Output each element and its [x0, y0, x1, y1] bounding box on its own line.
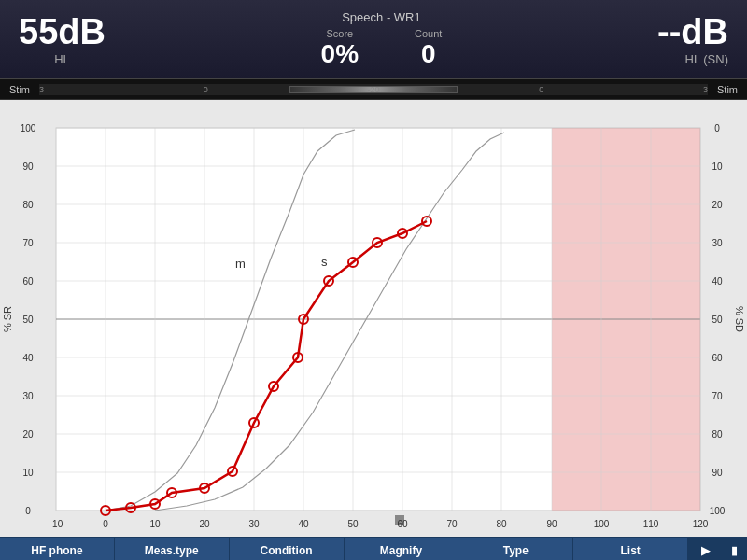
vu-bar: Stim 3 0 -20 0 3 Stim — [0, 79, 747, 100]
svg-text:10: 10 — [712, 161, 723, 172]
svg-text:100: 100 — [21, 123, 36, 133]
right-db-block: --dB HL (SN) — [657, 12, 728, 66]
vu-meter: 3 0 -20 0 3 — [39, 84, 708, 95]
svg-text:% SD: % SD — [734, 306, 745, 332]
list-button[interactable]: List — [573, 538, 688, 560]
svg-text:90: 90 — [22, 161, 34, 172]
svg-text:0: 0 — [25, 506, 31, 516]
label-m: m — [235, 257, 246, 271]
svg-text:30: 30 — [712, 238, 723, 248]
svg-text:% SR: % SR — [2, 306, 13, 332]
type-button[interactable]: Type — [458, 538, 573, 560]
magnify-button[interactable]: Magnify — [345, 538, 459, 560]
svg-text:110: 110 — [643, 519, 659, 529]
stim-right: Stim — [717, 84, 738, 95]
svg-text:40: 40 — [298, 519, 309, 529]
svg-text:30: 30 — [22, 391, 34, 401]
header: 55dB HL Speech - WR1 Score 0% Count 0 --… — [0, 0, 747, 79]
svg-text:60: 60 — [397, 519, 408, 529]
condition-button[interactable]: Condition — [230, 538, 345, 560]
count-value: 0 — [421, 39, 436, 69]
toolbar: HF phone Meas.type Condition Magnify Typ… — [0, 537, 747, 560]
svg-text:50: 50 — [712, 315, 723, 325]
svg-text:100: 100 — [594, 519, 610, 529]
svg-text:100: 100 — [710, 506, 726, 516]
count-label: Count — [415, 28, 442, 39]
right-hl-label: HL (SN) — [685, 52, 728, 66]
stim-left: Stim — [9, 84, 30, 95]
svg-text:10: 10 — [22, 468, 34, 478]
right-db-value: --dB — [657, 12, 728, 52]
left-db-block: 55dB HL — [19, 12, 106, 66]
speech-title: Speech - WR1 — [342, 10, 421, 24]
svg-text:40: 40 — [22, 353, 34, 363]
svg-text:10: 10 — [149, 519, 161, 529]
svg-text:70: 70 — [22, 238, 34, 248]
svg-text:90: 90 — [712, 468, 723, 478]
center-block: Speech - WR1 Score 0% Count 0 — [321, 10, 443, 69]
svg-text:40: 40 — [712, 276, 723, 287]
svg-text:90: 90 — [546, 519, 557, 529]
left-db-value: 55dB — [19, 12, 106, 52]
svg-text:80: 80 — [22, 200, 34, 210]
svg-text:80: 80 — [712, 429, 723, 440]
svg-text:30: 30 — [248, 519, 260, 529]
svg-text:20: 20 — [199, 519, 210, 529]
chart-container: m s 100 90 80 70 60 50 40 30 20 10 0 % S… — [0, 100, 747, 537]
svg-text:70: 70 — [712, 391, 723, 401]
svg-text:20: 20 — [712, 200, 723, 210]
hf-phone-button[interactable]: HF phone — [0, 538, 115, 560]
svg-text:-10: -10 — [49, 519, 63, 529]
score-block: Score 0% — [321, 28, 359, 69]
score-label: Score — [326, 28, 353, 39]
svg-text:70: 70 — [446, 519, 458, 529]
pipe-button[interactable]: ▮ — [724, 538, 747, 560]
count-block: Count 0 — [415, 28, 442, 69]
svg-text:20: 20 — [22, 429, 34, 440]
svg-text:60: 60 — [712, 353, 723, 363]
scores-area: Score 0% Count 0 — [321, 28, 443, 69]
meas-type-button[interactable]: Meas.type — [115, 538, 230, 560]
svg-text:120: 120 — [693, 519, 709, 529]
svg-text:80: 80 — [496, 519, 507, 529]
svg-text:0: 0 — [103, 519, 108, 529]
left-hl-label: HL — [19, 52, 106, 66]
score-value: 0% — [321, 39, 359, 69]
label-s: s — [321, 255, 328, 269]
svg-text:0: 0 — [714, 123, 720, 133]
svg-text:50: 50 — [22, 315, 34, 325]
svg-text:60: 60 — [22, 276, 34, 287]
arrow-button[interactable]: ▶ — [688, 538, 724, 560]
chart-svg: m s 100 90 80 70 60 50 40 30 20 10 0 % S… — [0, 100, 747, 537]
svg-text:50: 50 — [347, 519, 359, 529]
